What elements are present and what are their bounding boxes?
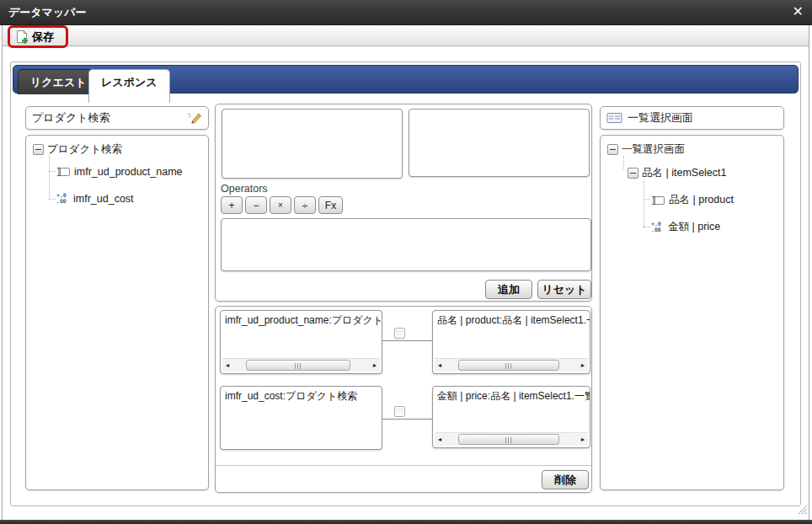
tree-node-label: プロダクト検索 <box>47 142 122 157</box>
tree-guide-line <box>49 171 56 172</box>
tree-node-cost[interactable]: +.0 .00 imfr_ud_cost <box>56 193 134 205</box>
collapse-minus-icon[interactable] <box>607 144 618 155</box>
text-field-icon <box>56 167 71 177</box>
operator-minus-button[interactable]: − <box>245 196 267 214</box>
tab-request[interactable]: リクエスト <box>18 69 99 94</box>
operator-fx-button[interactable]: Fx <box>318 196 343 214</box>
operator-plus-button[interactable]: + <box>221 196 243 214</box>
save-button[interactable]: 保存 <box>10 29 59 45</box>
scrollbar-thumb[interactable] <box>246 360 350 371</box>
scroll-left-icon[interactable]: ◄ <box>222 359 232 372</box>
mapping-source-text: imfr_ud_product_name:プロダクト検索 <box>221 311 382 330</box>
tab-response[interactable]: レスポンス <box>88 69 170 103</box>
reset-button[interactable]: リセット <box>537 280 591 299</box>
mapping-source-box[interactable]: imfr_ud_cost:プロダクト検索 <box>220 386 382 450</box>
collapse-minus-icon[interactable] <box>33 144 44 155</box>
scrollbar-thumb[interactable] <box>458 434 559 445</box>
scroll-left-icon[interactable]: ◄ <box>435 433 445 446</box>
number-field-icon: +.0 .00 <box>56 193 70 205</box>
operand-slot-left[interactable] <box>222 109 403 179</box>
response-tree-panel: 一覧選択画面 品名 | itemSelect1 品名 | product +.0… <box>600 135 784 490</box>
list-screen-icon <box>606 112 622 124</box>
dialog-border <box>809 25 809 521</box>
tab-bar: リクエスト レスポンス <box>13 65 799 94</box>
tree-node-product[interactable]: 品名 | product <box>651 193 734 207</box>
delete-mapping-button[interactable]: 削除 <box>542 470 589 489</box>
mapping-target-text: 品名 | product:品名 | itemSelect1.一覧 <box>433 311 590 330</box>
operand-slot-right[interactable] <box>409 109 590 177</box>
tree-guide-line <box>644 181 644 228</box>
request-tree-panel: プロダクト検索 imfr_ud_product_name +.0 .00 imf… <box>25 135 209 490</box>
horizontal-scrollbar[interactable]: ◄ ► <box>435 432 588 446</box>
operator-multiply-button[interactable]: × <box>270 196 291 214</box>
save-button-label: 保存 <box>32 29 54 45</box>
tree-node-price[interactable]: +.0 .00 金額 | price <box>651 220 720 234</box>
add-mapping-button[interactable]: 追加 <box>485 280 532 299</box>
tree-node-product-name[interactable]: imfr_ud_product_name <box>56 166 183 178</box>
mapping-footer-divider <box>216 465 591 466</box>
scroll-right-icon[interactable]: ► <box>578 359 588 372</box>
tree-node-label: 品名 | itemSelect1 <box>642 166 727 180</box>
tree-guide-line <box>644 199 650 200</box>
scrollbar-track[interactable] <box>445 434 578 446</box>
scrollbar-track[interactable] <box>232 360 370 372</box>
tree-node-label: imfr_ud_cost <box>73 193 134 205</box>
collapse-minus-icon[interactable] <box>628 168 638 179</box>
mapping-source-text: imfr_ud_cost:プロダクト検索 <box>221 387 382 406</box>
data-mapper-dialog: データマッパー ✕ 保存 リクエスト レスポンス <box>0 0 812 524</box>
expression-input-area[interactable] <box>221 218 591 271</box>
close-icon[interactable]: ✕ <box>793 5 804 19</box>
mapping-target-text: 金額 | price:品名 | itemSelect1.一覧 <box>433 387 590 406</box>
request-source-header: プロダクト検索 <box>25 106 209 130</box>
mapping-checkbox[interactable] <box>394 328 405 339</box>
edit-pencil-icon[interactable] <box>187 111 202 125</box>
dialog-border <box>0 520 812 524</box>
save-highlight-annotation: 保存 <box>8 25 68 48</box>
resize-grip-icon[interactable] <box>795 502 809 516</box>
mapping-connector-line <box>382 340 433 341</box>
operators-label: Operators <box>221 183 268 195</box>
mapping-checkbox[interactable] <box>394 406 405 417</box>
text-field-icon <box>651 195 665 206</box>
horizontal-scrollbar[interactable]: ◄ ► <box>222 358 380 372</box>
mapping-target-box[interactable]: 品名 | product:品名 | itemSelect1.一覧 ◄ ► <box>432 310 590 374</box>
response-target-name: 一覧選択画面 <box>628 110 693 126</box>
operator-divide-button[interactable]: ÷ <box>294 196 316 214</box>
tree-node-label: 金額 | price <box>668 220 720 234</box>
scroll-right-icon[interactable]: ► <box>370 359 380 372</box>
tree-guide-line <box>49 199 56 200</box>
mapping-target-box[interactable]: 金額 | price:品名 | itemSelect1.一覧 ◄ ► <box>432 386 590 448</box>
request-source-name: プロダクト検索 <box>32 110 182 126</box>
horizontal-scrollbar[interactable]: ◄ ► <box>435 358 588 372</box>
mapping-source-box[interactable]: imfr_ud_product_name:プロダクト検索 ◄ ► <box>220 310 382 374</box>
tree-guide-line <box>644 227 650 227</box>
toolbar: 保存 <box>3 25 809 46</box>
scroll-right-icon[interactable]: ► <box>578 433 588 446</box>
tree-node-label: 一覧選択画面 <box>622 142 685 157</box>
tree-guide-line <box>623 156 624 169</box>
response-target-header: 一覧選択画面 <box>600 106 784 130</box>
scroll-left-icon[interactable]: ◄ <box>435 359 445 372</box>
tree-node-request-root[interactable]: プロダクト検索 <box>33 142 122 157</box>
tree-node-label: imfr_ud_product_name <box>74 166 183 178</box>
dialog-border <box>2 25 3 521</box>
tree-node-label: 品名 | product <box>669 193 734 207</box>
save-document-plus-icon <box>15 29 29 45</box>
number-field-icon: +.0 .00 <box>651 222 665 233</box>
mapping-connector-line <box>382 419 433 420</box>
tree-node-item-select[interactable]: 品名 | itemSelect1 <box>628 166 727 180</box>
dialog-title: データマッパー <box>0 5 87 20</box>
tree-guide-line <box>49 156 50 200</box>
dialog-titlebar[interactable]: データマッパー ✕ <box>0 0 812 25</box>
scrollbar-thumb[interactable] <box>458 360 559 371</box>
tree-node-response-root[interactable]: 一覧選択画面 <box>607 142 685 157</box>
scrollbar-track[interactable] <box>445 360 578 372</box>
